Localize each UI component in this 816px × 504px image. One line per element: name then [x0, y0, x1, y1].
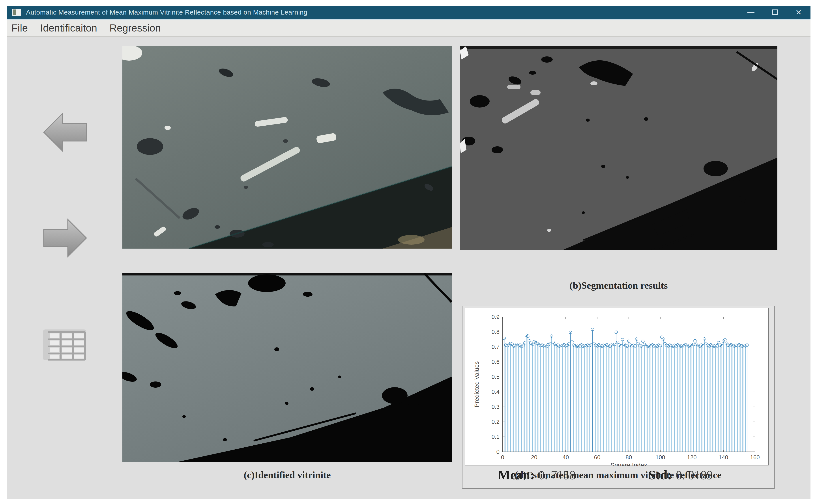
menu-file[interactable]: File: [11, 22, 28, 34]
app-icon: [12, 9, 21, 16]
svg-text:0.1: 0.1: [492, 433, 499, 440]
svg-text:120: 120: [687, 454, 697, 461]
svg-text:0.7: 0.7: [492, 344, 499, 350]
reflectance-chart: 02040608010012014016000.10.20.30.40.50.6…: [465, 308, 769, 466]
table-grid-icon: [43, 328, 87, 362]
arrow-left-icon: [42, 111, 88, 153]
svg-text:0: 0: [501, 454, 504, 461]
svg-text:0.3: 0.3: [492, 404, 499, 410]
title-bar: Automatic Measurement of Mean Maximum Vi…: [7, 6, 810, 19]
svg-text:0: 0: [496, 448, 499, 455]
svg-text:80: 80: [626, 454, 632, 461]
original-photomicrograph-image: [122, 46, 452, 249]
identified-vitrinite-image: [122, 273, 452, 462]
close-icon: ✕: [796, 8, 802, 17]
svg-text:0.5: 0.5: [492, 374, 499, 380]
svg-text:0.8: 0.8: [492, 329, 499, 335]
next-image-button[interactable]: [42, 217, 88, 259]
caption-vitrinite: (c)Identified vitrinite: [122, 469, 452, 481]
svg-text:100: 100: [656, 454, 665, 461]
svg-text:140: 140: [719, 454, 728, 461]
main-content: (a)Original photomicrograph: [7, 37, 810, 499]
app-window: Automatic Measurement of Mean Maximum Vi…: [7, 6, 810, 499]
window-title: Automatic Measurement of Mean Maximum Vi…: [26, 9, 308, 16]
svg-text:0.9: 0.9: [492, 314, 499, 320]
menu-regression[interactable]: Regression: [109, 22, 161, 34]
svg-text:Predicted Values: Predicted Values: [473, 361, 480, 407]
svg-text:0.2: 0.2: [492, 418, 499, 425]
previous-image-button[interactable]: [42, 111, 88, 153]
svg-text:40: 40: [562, 454, 569, 461]
arrow-right-icon: [42, 217, 88, 259]
minimize-icon: [747, 12, 755, 13]
maximize-button[interactable]: [763, 6, 787, 19]
maximize-icon: [772, 9, 778, 15]
results-table-button[interactable]: [43, 328, 87, 362]
segmentation-results-image: [460, 46, 777, 250]
caption-segmentation: (b)Segmentation results: [460, 280, 777, 291]
svg-text:20: 20: [531, 454, 537, 461]
estimation-panel: 02040608010012014016000.10.20.30.40.50.6…: [462, 306, 774, 489]
minimize-button[interactable]: [739, 6, 763, 19]
svg-text:160: 160: [750, 454, 760, 461]
menu-identificaiton[interactable]: Identificaiton: [40, 22, 97, 34]
menu-bar: File Identificaiton Regression: [7, 19, 810, 37]
svg-text:0.6: 0.6: [492, 359, 499, 365]
svg-text:60: 60: [594, 454, 600, 461]
reflectance-plot-panel: 02040608010012014016000.10.20.30.40.50.6…: [465, 308, 769, 465]
svg-text:Square Index: Square Index: [610, 462, 647, 466]
svg-text:0.4: 0.4: [492, 389, 499, 395]
close-button[interactable]: ✕: [787, 6, 810, 19]
window-controls: ✕: [739, 6, 810, 19]
caption-estimation: (d)Estimated mean maximum vitrinite refl…: [462, 469, 774, 481]
